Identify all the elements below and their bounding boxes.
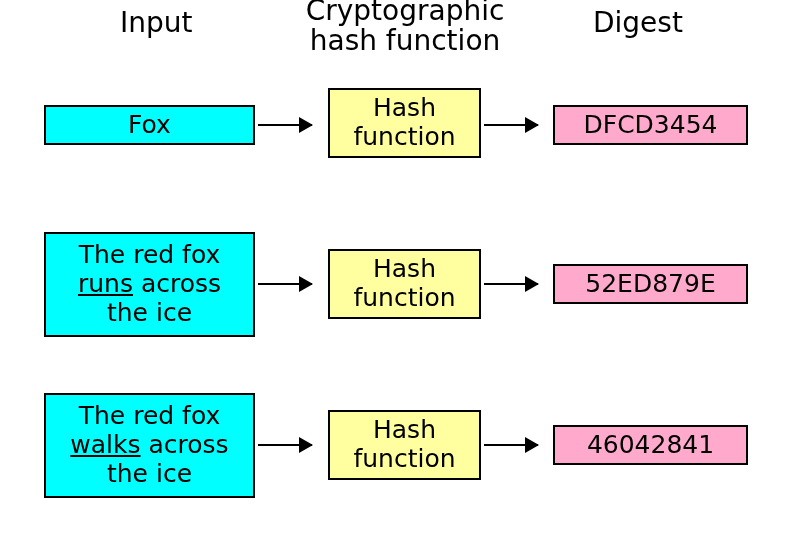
digest-box-1: DFCD3454 [553, 105, 748, 145]
digest-text-2: 52ED879E [585, 270, 715, 299]
hash-label-3b: function [353, 445, 455, 474]
hash-label-2a: Hash [353, 255, 455, 284]
arrow-3b [484, 444, 538, 446]
input-box-3: The red fox walks across the ice [44, 393, 255, 498]
input-text-3-post: across [141, 430, 229, 459]
digest-text-1: DFCD3454 [584, 111, 718, 140]
digest-box-2: 52ED879E [553, 264, 748, 304]
header-input: Input [120, 6, 193, 39]
input-text-2-l2: runs across [78, 270, 221, 299]
hash-box-2: Hash function [328, 249, 481, 319]
hash-label-3a: Hash [353, 416, 455, 445]
input-text-2-key: runs [78, 269, 133, 298]
arrow-2b [484, 283, 538, 285]
input-text-3-l2: walks across [70, 431, 228, 460]
input-text-3-l1: The red fox [70, 402, 228, 431]
input-text-2-l1: The red fox [78, 241, 221, 270]
input-box-1: Fox [44, 105, 255, 145]
arrow-1b [484, 124, 538, 126]
header-hash-line2: hash function [300, 24, 510, 57]
hash-box-3: Hash function [328, 410, 481, 480]
input-text-2-l3: the ice [78, 299, 221, 328]
input-box-2: The red fox runs across the ice [44, 232, 255, 337]
arrow-1a [258, 124, 312, 126]
hash-function-diagram: Input Cryptographic hash function Digest… [0, 0, 800, 541]
input-text-2-post: across [133, 269, 221, 298]
input-text-3-l3: the ice [70, 460, 228, 489]
digest-text-3: 46042841 [587, 431, 714, 460]
arrow-2a [258, 283, 312, 285]
header-hash-line1: Cryptographic [300, 0, 510, 27]
input-text-3-key: walks [70, 430, 140, 459]
arrow-3a [258, 444, 312, 446]
hash-label-1b: function [353, 123, 455, 152]
digest-box-3: 46042841 [553, 425, 748, 465]
hash-box-1: Hash function [328, 88, 481, 158]
input-text-1: Fox [128, 111, 171, 140]
hash-label-2b: function [353, 284, 455, 313]
hash-label-1a: Hash [353, 94, 455, 123]
header-digest: Digest [593, 6, 683, 39]
